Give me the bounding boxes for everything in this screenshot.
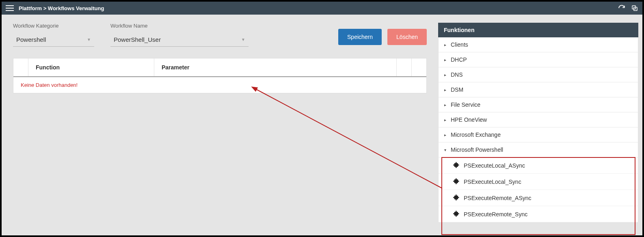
tree-node-label: HPE OneView <box>451 116 487 123</box>
tree-leaf[interactable]: PSExecuteLocal_ASync <box>439 157 638 174</box>
save-button[interactable]: Speichern <box>338 29 382 45</box>
puzzle-icon <box>453 178 460 185</box>
functions-table: Function Parameter Keine Daten vorhanden… <box>13 58 427 93</box>
chevron-right-icon: ▸ <box>444 88 447 92</box>
functions-tree: ▸Clients▸DHCP▸DNS▸DSM▸File Service▸HPE O… <box>438 37 638 223</box>
col-function: Function <box>28 58 154 76</box>
chevron-right-icon: ▸ <box>444 73 447 77</box>
chevron-right-icon: ▸ <box>444 43 447 47</box>
name-value: PowerShell_User <box>114 36 161 43</box>
main-area: Workflow Kategorie Powershell ▼ Workflow… <box>2 23 438 223</box>
tree-node-label: Microsoft Powershell <box>451 147 503 153</box>
delete-button[interactable]: Löschen <box>387 29 427 45</box>
puzzle-icon <box>453 162 460 169</box>
puzzle-icon <box>453 210 460 218</box>
topbar: Plattform > Workflows Verwaltung <box>2 2 642 15</box>
tree-node-label: DNS <box>451 71 463 78</box>
tree-node[interactable]: ▸File Service <box>439 97 638 112</box>
category-label: Workflow Kategorie <box>13 23 94 29</box>
tree-node-label: Clients <box>451 41 468 48</box>
chevron-right-icon: ▸ <box>444 133 447 137</box>
tree-node-label: DHCP <box>451 56 467 63</box>
col-action-2 <box>412 58 426 76</box>
col-parameter: Parameter <box>154 58 397 76</box>
chevron-right-icon: ▸ <box>444 58 447 62</box>
tree-node[interactable]: ▸DNS <box>439 67 638 82</box>
category-select[interactable]: Powershell ▼ <box>13 33 94 47</box>
functions-panel-header: Funktionen <box>438 23 638 37</box>
breadcrumb: Plattform > Workflows Verwaltung <box>19 5 104 11</box>
name-label: Workflow Name <box>110 23 249 29</box>
tree-leaf[interactable]: PSExecuteLocal_Sync <box>439 174 638 190</box>
tree-node-label: Microsoft Exchange <box>451 131 501 138</box>
chevron-right-icon: ▸ <box>444 103 447 107</box>
puzzle-icon <box>453 194 460 202</box>
tree-leaf[interactable]: PSExecuteRemote_ASync <box>439 190 638 206</box>
tree-node[interactable]: ▸DSM <box>439 82 638 97</box>
refresh-icon[interactable] <box>618 4 625 12</box>
chevron-down-icon: ▼ <box>241 37 245 42</box>
tree-node-label: DSM <box>451 86 463 93</box>
tree-node[interactable]: ▸Clients <box>439 37 638 52</box>
tree-leaf[interactable]: PSExecuteRemote_Sync <box>439 206 638 222</box>
copy-icon[interactable] <box>631 4 638 12</box>
tree-node[interactable]: ▸DHCP <box>439 52 638 67</box>
tree-leaf-label: PSExecuteLocal_Sync <box>464 179 521 185</box>
tree-leaf-label: PSExecuteRemote_Sync <box>464 211 527 218</box>
chevron-right-icon: ▸ <box>444 118 447 122</box>
col-action-1 <box>397 58 412 76</box>
tree-node-label: File Service <box>451 101 480 108</box>
name-select[interactable]: PowerShell_User ▼ <box>110 33 249 47</box>
table-empty-message: Keine Daten vorhanden! <box>13 77 426 93</box>
tree-node[interactable]: ▸HPE OneView <box>439 112 638 127</box>
tree-node[interactable]: ▾Microsoft Powershell <box>439 142 638 157</box>
chevron-down-icon: ▼ <box>87 37 91 42</box>
tree-leaf-label: PSExecuteLocal_ASync <box>464 162 525 169</box>
hamburger-icon[interactable] <box>6 5 14 11</box>
tree-leaf-label: PSExecuteRemote_ASync <box>464 195 532 201</box>
chevron-down-icon: ▾ <box>444 148 447 152</box>
category-value: Powershell <box>16 36 46 43</box>
tree-node[interactable]: ▸Microsoft Exchange <box>439 127 638 142</box>
col-handle <box>13 58 28 76</box>
